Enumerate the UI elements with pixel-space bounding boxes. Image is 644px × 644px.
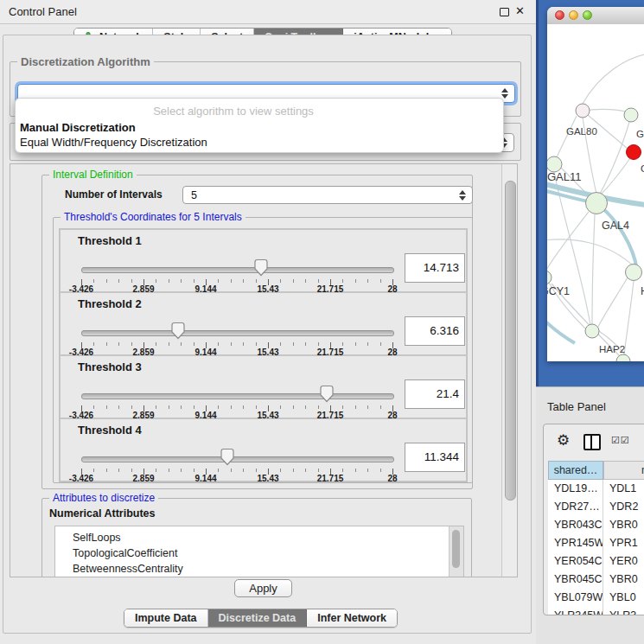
mac-close-icon[interactable] (555, 10, 564, 20)
node-top-right[interactable] (624, 108, 638, 122)
network-window-titlebar[interactable] (547, 7, 644, 25)
apply-button[interactable]: Apply (234, 579, 292, 597)
table-panel: Table Panel ⚙ ☑☑ shared… n YDL19…YDL1YDR… (536, 386, 644, 644)
node-label-clipped-h: H (641, 285, 644, 297)
list-scrollbar-thumb[interactable] (452, 530, 460, 568)
number-of-intervals-combo[interactable]: 5 (182, 186, 473, 204)
attribute-list-item[interactable]: BetweennessCentrality (55, 561, 463, 577)
bottom-tabbar: Impute Data Discretize Data Infer Networ… (124, 609, 398, 628)
node-label-gal11: GAL11 (547, 170, 582, 183)
thresholds-group: Threshold's Coordinates for 5 Intervals … (53, 217, 473, 483)
cell-shared-name[interactable]: YBL079W (548, 589, 603, 607)
cell-shared-name[interactable]: YPR145W (548, 534, 603, 552)
cell-shared-name[interactable]: YBR045C (548, 571, 603, 589)
table-row[interactable]: YDL19…YDL1 (548, 480, 644, 498)
tick-label: 28 (387, 474, 397, 483)
table-header-row: shared… n (548, 461, 644, 480)
cell-name[interactable]: YBL0 (603, 589, 644, 607)
cell-shared-name[interactable]: YDR27… (548, 498, 603, 516)
table-row[interactable]: YER054CYER0 (548, 552, 644, 571)
settings-scrollbar-thumb[interactable] (505, 181, 516, 501)
threshold-3-panel: Threshold 3 -3.4262.8599.14415.4321.7152… (60, 355, 467, 418)
slider-thumb[interactable] (170, 322, 186, 340)
gear-icon[interactable]: ⚙ (557, 431, 570, 449)
node-gcy1[interactable] (547, 271, 552, 284)
tick-label: 15.43 (257, 474, 278, 483)
node-label-hap2: HAP2 (599, 344, 625, 354)
attribute-list-item[interactable]: TopologicalCoefficient (55, 545, 463, 561)
network-graph: GAL80 GAL11 GAL4 GCY1 HAP2 GA C H (547, 24, 644, 361)
mac-minimize-icon[interactable] (569, 10, 578, 20)
tab-infer-network[interactable]: Infer Network (307, 609, 397, 627)
mac-zoom-icon[interactable] (583, 10, 592, 20)
cell-name[interactable]: YDL1 (603, 480, 644, 498)
node-label-gcy1: GCY1 (547, 285, 570, 297)
cyni-toolbox-panel: Discretization Algorithm Select algorith… (3, 35, 532, 634)
cell-name[interactable]: YER0 (603, 552, 644, 571)
table-row[interactable]: YBR043CYBR0 (548, 516, 644, 534)
thresholds-container: Threshold 1 -3.4262.8599.14415.4321.7152… (59, 228, 468, 482)
attribute-list-item[interactable]: SelfLoops (55, 530, 463, 545)
slider-thumb[interactable] (253, 258, 269, 277)
algorithm-popup: Select algorithm to view settings Manual… (15, 98, 504, 153)
list-scrollbar[interactable] (449, 526, 463, 577)
threshold-4-value-field[interactable]: 11.344 (405, 443, 465, 472)
columns-icon[interactable] (583, 434, 601, 450)
cell-name[interactable]: YBR0 (603, 571, 644, 589)
tick-label: 2.859 (132, 474, 154, 483)
combo-arrows-icon (458, 189, 466, 201)
tab-impute-data-label: Impute Data (135, 612, 197, 624)
tab-discretize-data[interactable]: Discretize Data (208, 609, 308, 627)
node-hap2[interactable] (585, 324, 599, 338)
cell-shared-name[interactable]: YDL19… (548, 480, 603, 498)
interval-definition-group: Interval Definition Number of Intervals … (41, 175, 473, 489)
discretization-algorithm-group-title: Discretization Algorithm (17, 55, 154, 68)
column-header-name[interactable]: n (603, 461, 644, 480)
table-rows: YDL19…YDL1YDR27…YDR2YBR043CYBR0YPR145WYP… (548, 480, 644, 615)
popup-option-manual-discretization[interactable]: Manual Discretization (19, 121, 500, 136)
popup-option-equal-width-frequency[interactable]: Equal Width/Frequency Discretization (19, 136, 500, 150)
cell-name[interactable]: YBR0 (603, 516, 644, 534)
attributes-group-title: Attributes to discretize (49, 492, 158, 505)
table-panel-title: Table Panel (547, 400, 606, 413)
table-row[interactable]: YLR345WYLR3 (548, 607, 644, 615)
settings-scrollpane: Interval Definition Number of Intervals … (10, 163, 518, 577)
table-row[interactable]: YBL079WYBL0 (548, 589, 644, 607)
settings-scrollbar[interactable] (501, 164, 517, 577)
tab-infer-network-label: Infer Network (317, 612, 386, 624)
node-gal80[interactable] (576, 104, 590, 118)
threshold-1-panel: Threshold 1 -3.4262.8599.14415.4321.7152… (60, 229, 467, 292)
numerical-attributes-list[interactable]: SelfLoopsTopologicalCoefficientBetweenne… (54, 526, 464, 577)
checkbox-pair-icon[interactable]: ☑☑ (611, 435, 630, 446)
tick-label: 9.144 (194, 474, 216, 483)
cell-shared-name[interactable]: YLR345W (548, 607, 603, 615)
table-row[interactable]: YBR045CYBR0 (548, 571, 644, 589)
node-mid-right[interactable] (626, 265, 642, 281)
cell-name[interactable]: YLR3 (603, 607, 644, 615)
interval-definition-title: Interval Definition (49, 169, 137, 182)
tick-label: -3.426 (69, 474, 93, 483)
network-window[interactable]: GAL80 GAL11 GAL4 GCY1 HAP2 GA C H (547, 7, 644, 361)
tab-discretize-data-label: Discretize Data (219, 612, 296, 624)
slider-thumb[interactable] (220, 448, 235, 466)
table-panel-box: ⚙ ☑☑ shared… n YDL19…YDL1YDR27…YDR2YBR04… (543, 424, 644, 615)
node-label-clipped-ga: GA (636, 129, 644, 139)
table-row[interactable]: YDR27…YDR2 (548, 498, 644, 516)
threshold-2-value-field[interactable]: 6.316 (405, 316, 465, 346)
threshold-1-value-field[interactable]: 14.713 (405, 253, 465, 283)
float-window-icon[interactable] (500, 8, 509, 16)
node-gal4[interactable] (586, 193, 608, 214)
network-window-frame: GAL80 GAL11 GAL4 GCY1 HAP2 GA C H (536, 0, 644, 386)
cell-name[interactable]: YPR1 (603, 534, 644, 552)
network-canvas[interactable]: GAL80 GAL11 GAL4 GCY1 HAP2 GA C H (547, 24, 644, 361)
threshold-3-value-field[interactable]: 21.4 (405, 379, 465, 409)
cell-name[interactable]: YDR2 (603, 498, 644, 516)
node-red-selected[interactable] (627, 145, 641, 160)
tab-impute-data[interactable]: Impute Data (124, 609, 208, 627)
table-row[interactable]: YPR145WYPR1 (548, 534, 644, 552)
cell-shared-name[interactable]: YBR043C (548, 516, 603, 534)
close-icon[interactable]: ✕ (515, 4, 525, 17)
column-header-shared[interactable]: shared… (548, 461, 603, 480)
cell-shared-name[interactable]: YER054C (548, 552, 603, 571)
slider-thumb[interactable] (319, 385, 335, 403)
